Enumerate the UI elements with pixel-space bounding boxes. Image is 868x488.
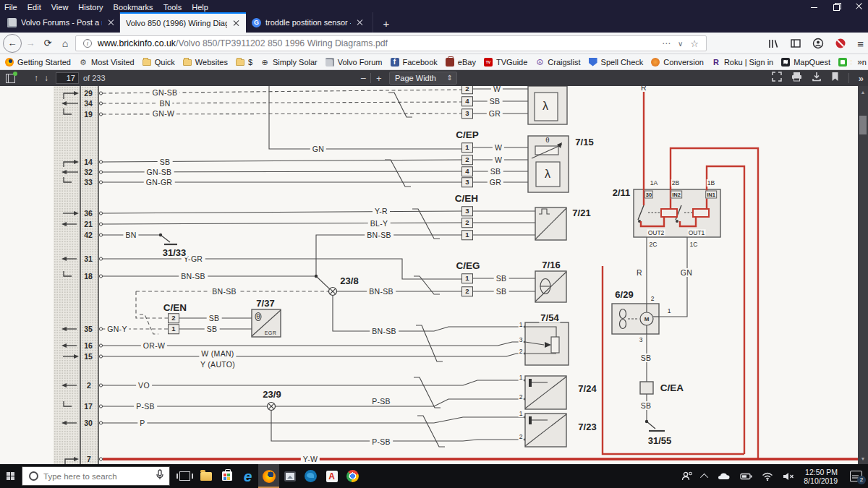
restore-icon[interactable] <box>833 3 840 9</box>
site-info-icon[interactable] <box>83 39 92 48</box>
bookmark-item[interactable]: Getting Started <box>5 58 71 67</box>
bookmark-item[interactable]: TVGuide <box>484 58 527 67</box>
tray-expand-icon[interactable] <box>702 474 708 479</box>
zoom-in-icon[interactable] <box>376 73 382 84</box>
bookmarks-overflow-icon[interactable] <box>851 57 862 67</box>
diagram-label: 21 <box>84 220 93 228</box>
pdf-scrollbar[interactable] <box>858 86 868 464</box>
bookmark-item[interactable]: Roku | Sign in <box>712 58 773 67</box>
forward-button[interactable] <box>22 38 39 48</box>
diagram-label: 1 <box>461 273 473 283</box>
bookmark-star-icon[interactable] <box>690 38 699 49</box>
diagram-label: 7/15 <box>574 137 595 147</box>
clock-date: 8/10/2019 <box>804 476 838 485</box>
adblock-icon[interactable] <box>835 38 846 49</box>
home-button[interactable] <box>56 38 74 49</box>
volume-muted-icon[interactable] <box>783 472 794 481</box>
menu-bookmarks[interactable]: Bookmarks <box>114 3 153 12</box>
power-icon[interactable] <box>740 473 752 480</box>
action-center-icon[interactable]: 2 <box>850 471 862 481</box>
presentation-mode-icon[interactable] <box>772 72 782 85</box>
page-number-input[interactable] <box>56 72 79 84</box>
page-actions-icon[interactable] <box>662 38 671 48</box>
back-button[interactable] <box>3 34 22 53</box>
file-explorer-icon[interactable] <box>195 464 216 488</box>
new-tab-button[interactable] <box>378 15 395 33</box>
diagram-label: BN <box>157 99 172 108</box>
menu-tools[interactable]: Tools <box>163 3 182 12</box>
start-button[interactable] <box>0 464 22 488</box>
diagram-label: SB <box>488 97 503 106</box>
download-icon[interactable] <box>812 72 822 85</box>
bookmark-item[interactable]: eBay <box>446 58 476 67</box>
url-bar[interactable]: www.brickinfo.co.uk /Volvo 850/TP3911202… <box>75 35 707 51</box>
bookmark-label: Getting Started <box>17 58 71 67</box>
zoom-out-icon[interactable] <box>360 72 366 84</box>
people-icon[interactable] <box>681 471 693 481</box>
acrobat-icon[interactable] <box>321 464 342 488</box>
bookmark-item[interactable]: Facebook <box>391 58 438 67</box>
minimize-icon[interactable] <box>811 3 817 9</box>
wifi-icon[interactable] <box>762 472 773 481</box>
sidebar-icon[interactable] <box>790 38 801 49</box>
close-icon[interactable] <box>856 3 862 9</box>
pdf-more-tools-icon[interactable]: » <box>859 73 864 84</box>
pocket-icon[interactable] <box>678 38 683 48</box>
scrollbar-thumb[interactable] <box>859 116 867 134</box>
onedrive-icon[interactable] <box>718 472 731 480</box>
tab-close-icon[interactable] <box>108 20 114 25</box>
task-view-icon[interactable] <box>174 464 195 488</box>
menu-help[interactable]: Help <box>192 3 208 12</box>
tab-volvo-forums[interactable]: Volvo Forums - Post a reply <box>1 12 120 33</box>
chrome-icon[interactable] <box>342 464 363 488</box>
search-input[interactable] <box>43 472 156 481</box>
tab-wiring-diagrams[interactable]: Volvo 850 (1996) Wiring Diagrams <box>120 12 246 33</box>
taskbar-clock[interactable]: 12:50 PM 8/10/2019 <box>804 468 838 485</box>
conversion-icon <box>651 58 660 67</box>
menu-file[interactable]: File <box>4 3 17 12</box>
menu-edit[interactable]: Edit <box>27 3 41 12</box>
bookmark-item[interactable]: Simply Solar <box>260 58 318 67</box>
folder-icon <box>236 59 244 66</box>
pdf-sidebar-toggle-icon[interactable] <box>6 74 15 83</box>
firefox-icon[interactable] <box>258 464 279 488</box>
photo-viewer-icon[interactable] <box>279 464 300 488</box>
reload-button[interactable] <box>39 38 56 48</box>
bookmark-item[interactable]: Spell Check <box>589 58 644 67</box>
diagram-label: SB <box>639 354 654 362</box>
bookmark-item[interactable]: MapQuest <box>781 58 830 67</box>
scroll-down-icon[interactable] <box>858 456 868 461</box>
diagram-label: 16 <box>84 341 93 350</box>
microsoft-store-icon[interactable] <box>216 464 237 488</box>
thunderbird-icon[interactable] <box>300 464 321 488</box>
previous-page-icon[interactable] <box>34 73 38 83</box>
tab-close-icon[interactable] <box>357 20 362 25</box>
diagram-label: 17 <box>84 402 93 411</box>
menu-view[interactable]: View <box>51 3 69 12</box>
taskbar-search[interactable] <box>22 466 170 486</box>
tab-close-icon[interactable] <box>233 20 239 26</box>
tab-google-search[interactable]: troddle postition sensor - Goo <box>246 12 373 33</box>
page-count-label: of 233 <box>83 74 106 82</box>
diagram-label: GN <box>310 145 326 153</box>
bookmark-item[interactable]: Websites <box>183 58 228 67</box>
diagram-label: 31/55 <box>647 435 673 446</box>
bookmark-page-icon[interactable] <box>831 72 839 85</box>
edge-icon[interactable] <box>237 464 258 488</box>
next-page-icon[interactable] <box>44 73 48 83</box>
menu-hamburger-icon[interactable] <box>857 38 864 50</box>
microphone-icon[interactable] <box>156 469 163 483</box>
menu-history[interactable]: History <box>78 3 103 12</box>
zoom-level-select[interactable]: Page Width <box>389 72 457 85</box>
bookmark-item[interactable]: Most Visited <box>79 58 135 67</box>
print-icon[interactable] <box>791 72 802 85</box>
bookmark-item[interactable]: Quick <box>142 58 175 67</box>
bookmark-item[interactable]: Volvo Forum <box>326 58 383 67</box>
library-icon[interactable] <box>767 38 779 49</box>
diagram-label: SB <box>639 401 654 410</box>
scroll-up-icon[interactable] <box>858 90 868 95</box>
bookmark-item[interactable]: $ <box>236 58 252 67</box>
bookmark-item[interactable]: Conversion <box>651 58 704 67</box>
account-icon[interactable] <box>812 38 824 49</box>
bookmark-item[interactable]: Craigslist <box>535 58 580 67</box>
